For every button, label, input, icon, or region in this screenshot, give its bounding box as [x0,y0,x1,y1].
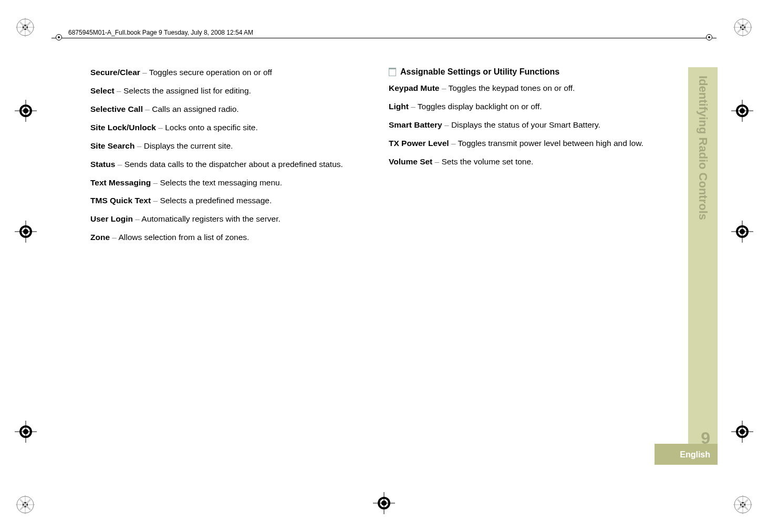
page-number: 9 [701,429,710,448]
term-label: Keypad Mute [389,84,439,92]
dash: – [153,196,158,205]
term-label: Select [90,86,115,95]
term-label: User Login [90,214,133,223]
header-rule [51,38,717,38]
term-description: Selects a predefined message. [160,196,272,205]
definition-entry: Keypad Mute – Toggles the keypad tones o… [389,83,658,94]
definition-entry: Site Lock/Unlock – Locks onto a specific… [90,122,359,133]
definition-entry: User Login – Automatically registers wit… [90,214,359,225]
registration-mark-icon [16,495,35,514]
dash: – [444,120,449,129]
crosshair-mark-icon [731,100,753,122]
term-description: Displays the current site. [144,141,233,150]
crosshair-mark-icon [373,492,395,514]
header-bullet-icon [56,34,62,40]
dash: – [135,214,140,223]
term-label: Zone [90,233,110,242]
definition-entry: Secure/Clear – Toggles secure operation … [90,67,359,78]
crosshair-mark-icon [15,421,37,443]
definition-entry: Zone – Allows selection from a list of z… [90,232,359,243]
definition-entry: Status – Sends data calls to the dispatc… [90,159,359,170]
term-label: Site Search [90,141,134,150]
dash: – [145,105,150,113]
side-tab-label: Identifying Radio Controls [696,76,710,220]
definition-entry: Volume Set – Sets the volume set tone. [389,157,658,168]
dash: – [158,123,163,132]
header-bullet-icon [706,34,712,40]
book-icon [389,68,396,76]
dash: – [411,102,416,111]
side-tab: Identifying Radio Controls [688,67,718,464]
crosshair-mark-icon [15,221,37,243]
term-description: Allows selection from a list of zones. [118,233,249,242]
term-label: Status [90,160,115,169]
page-content: Secure/Clear – Toggles secure operation … [90,67,658,251]
term-label: TMS Quick Text [90,196,151,205]
dash: – [153,178,158,187]
term-label: Secure/Clear [90,68,140,77]
term-description: Selects the text messaging menu. [160,178,282,187]
section-title: Assignable Settings or Utility Functions [400,67,559,77]
definition-entry: Text Messaging – Selects the text messag… [90,178,359,189]
definition-entry: Select – Selects the assigned list for e… [90,86,359,97]
definition-entry: TMS Quick Text – Selects a predefined me… [90,195,359,206]
term-description: Calls an assigned radio. [152,105,238,113]
term-description: Toggles display backlight on or off. [418,102,542,111]
dash: – [118,160,122,169]
dash: – [112,233,117,242]
dash: – [137,141,142,150]
section-heading: Assignable Settings or Utility Functions [389,67,658,77]
dash: – [451,139,456,148]
term-description: Locks onto a specific site. [165,123,258,132]
dash: – [442,84,447,92]
dash: – [117,86,121,95]
definition-entry: Site Search – Displays the current site. [90,141,359,152]
term-label: Light [389,102,409,111]
term-label: Smart Battery [389,120,442,129]
dash: – [435,157,440,166]
term-description: Toggles the keypad tones on or off. [448,84,575,92]
language-label: English [680,450,710,460]
term-description: Automatically registers with the server. [141,214,280,223]
term-label: Volume Set [389,157,432,166]
definition-entry: Smart Battery – Displays the status of y… [389,120,658,131]
registration-mark-icon [16,18,35,37]
term-description: Sets the volume set tone. [442,157,534,166]
term-description: Selects the assigned list for editing. [123,86,251,95]
term-label: TX Power Level [389,139,449,148]
crosshair-mark-icon [731,221,753,243]
term-label: Text Messaging [90,178,151,187]
term-description: Sends data calls to the dispatcher about… [124,160,343,169]
dash: – [142,68,147,77]
definition-entry: Light – Toggles display backlight on or … [389,101,658,112]
definition-entry: TX Power Level – Toggles transmit power … [389,138,658,149]
registration-mark-icon [733,495,752,514]
term-description: Displays the status of your Smart Batter… [451,120,600,129]
crosshair-mark-icon [15,100,37,122]
term-label: Selective Call [90,105,143,113]
right-column: Assignable Settings or Utility Functions… [389,67,658,251]
crosshair-mark-icon [731,421,753,443]
left-column: Secure/Clear – Toggles secure operation … [90,67,359,251]
term-label: Site Lock/Unlock [90,123,156,132]
registration-mark-icon [733,18,752,37]
term-description: Toggles transmit power level between hig… [458,139,644,148]
term-description: Toggles secure operation on or off [149,68,272,77]
definition-entry: Selective Call – Calls an assigned radio… [90,104,359,115]
print-header-text: 6875945M01-A_Full.book Page 9 Tuesday, J… [68,29,253,36]
